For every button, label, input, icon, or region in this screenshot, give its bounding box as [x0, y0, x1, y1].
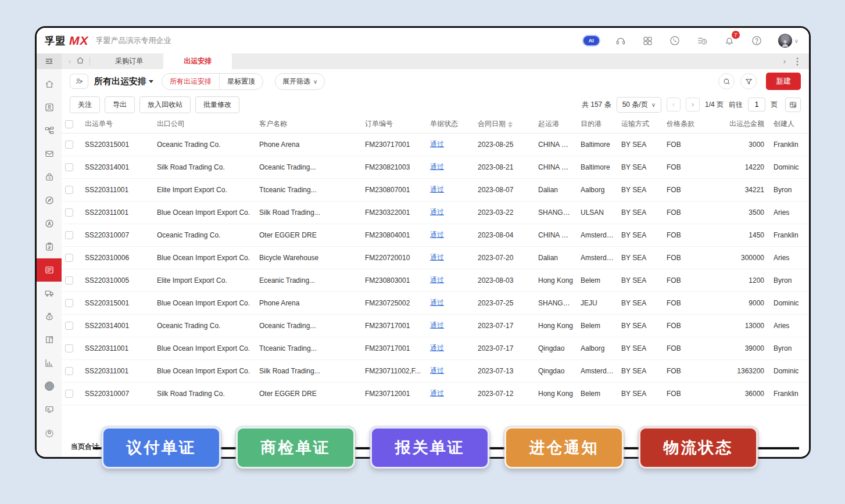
status-link[interactable]: 通过	[430, 208, 444, 216]
table-row[interactable]: SS220311001 Blue Ocean Import Export Co.…	[62, 337, 809, 359]
status-link[interactable]: 通过	[430, 163, 444, 171]
sidebar-item-home[interactable]	[37, 73, 62, 96]
export-button[interactable]: 导出	[105, 96, 135, 113]
tab-purchase-orders[interactable]: 采购订单	[95, 53, 163, 69]
table-row[interactable]: SS220314001 Oceanic Trading Co. Oceanic …	[62, 314, 809, 337]
row-checkbox[interactable]	[65, 390, 73, 398]
filter-funnel-button[interactable]	[740, 73, 757, 89]
sidebar-item-settings[interactable]	[37, 421, 62, 444]
status-link[interactable]: 通过	[430, 140, 444, 148]
sidebar-item-funds[interactable]	[37, 305, 62, 328]
sidebar-item-circle-a[interactable]	[37, 212, 62, 235]
sidebar-item-contacts[interactable]	[37, 96, 62, 119]
table-row[interactable]: SS220310006 Blue Ocean Import Export Co.…	[62, 246, 809, 269]
row-checkbox[interactable]	[65, 299, 73, 307]
home-tab-icon[interactable]	[76, 56, 85, 67]
pill-all-shipping[interactable]: 所有出运安排	[162, 74, 219, 89]
sidebar-item-logistics-truck[interactable]	[37, 282, 62, 305]
row-checkbox[interactable]	[65, 231, 73, 239]
table-row[interactable]: SS220311001 Blue Ocean Import Export Co.…	[62, 359, 809, 382]
row-checkbox[interactable]	[65, 276, 73, 285]
row-checkbox[interactable]	[65, 186, 73, 194]
tabs-more-icon[interactable]: ⋮	[793, 56, 802, 67]
sidebar-item-mail[interactable]	[37, 142, 62, 165]
goto-page-input[interactable]	[748, 98, 765, 111]
row-checkbox[interactable]	[65, 367, 73, 375]
pill-starred-top[interactable]: 星标置顶	[219, 74, 263, 89]
row-checkbox[interactable]	[65, 344, 73, 352]
sidebar-item-shipping-docs[interactable]	[37, 258, 62, 282]
table-row[interactable]: SS220311001 Blue Ocean Import Export Co.…	[62, 201, 809, 224]
headset-support-icon[interactable]	[615, 35, 626, 46]
help-icon[interactable]	[751, 35, 762, 46]
notifications-bell-icon[interactable]: 7	[724, 35, 735, 46]
sidebar-item-compass[interactable]	[37, 189, 62, 212]
status-link[interactable]: 通过	[430, 366, 444, 375]
page-size-select[interactable]: 50 条/页∨	[617, 97, 661, 113]
cell-order-no: FM230711002,F...	[361, 359, 427, 382]
nav-back-icon[interactable]: ‹	[69, 57, 71, 66]
status-link[interactable]: 通过	[430, 344, 444, 352]
row-checkbox[interactable]	[65, 322, 73, 330]
table-row[interactable]: SS220315001 Oceanic Trading Co. Phone Ar…	[62, 133, 809, 156]
cell-transport-mode: BY SEA	[618, 201, 663, 224]
table-row[interactable]: SS220310007 Silk Road Trading Co. Oter E…	[62, 382, 809, 405]
status-link[interactable]: 通过	[430, 276, 444, 284]
sidebar-toggle-button[interactable]	[37, 53, 62, 69]
cell-contract-date: 2023-07-13	[474, 359, 535, 382]
ai-assistant-icon[interactable]: AI	[583, 36, 599, 45]
row-checkbox[interactable]	[65, 254, 73, 262]
table-row[interactable]: SS220314001 Silk Road Trading Co. Oceani…	[62, 156, 809, 178]
row-checkbox[interactable]	[65, 163, 73, 171]
user-avatar[interactable]: ∨	[778, 34, 799, 48]
sidebar-item-whatsapp[interactable]	[37, 375, 62, 398]
task-history-icon[interactable]	[696, 35, 708, 46]
status-link[interactable]: 通过	[430, 389, 444, 397]
status-link[interactable]: 通过	[430, 253, 444, 261]
sidebar-item-org-structure[interactable]	[37, 119, 62, 142]
flow-step-button[interactable]: 商检单证	[236, 427, 355, 469]
bulk-edit-button[interactable]: 批量修改	[195, 96, 239, 113]
cell-export-company: Oceanic Trading Co.	[153, 314, 256, 337]
status-link[interactable]: 通过	[430, 321, 444, 329]
table-row[interactable]: SS220311001 Elite Import Export Co. Ttce…	[62, 178, 809, 201]
status-link[interactable]: 通过	[430, 298, 444, 307]
table-row[interactable]: SS220315001 Blue Ocean Import Export Co.…	[62, 291, 809, 314]
flow-step-button[interactable]: 报关单证	[370, 427, 489, 469]
view-owner-button[interactable]	[70, 74, 88, 89]
flow-step-button[interactable]: 进仓通知	[504, 427, 624, 469]
search-button[interactable]	[718, 73, 735, 89]
sidebar-item-ledger-book[interactable]	[37, 328, 62, 351]
sidebar-item-workstation[interactable]	[37, 398, 62, 421]
apps-grid-icon[interactable]	[642, 35, 653, 46]
chevron-down-icon: ∨	[651, 102, 656, 108]
expand-filters-button[interactable]: 展开筛选∨	[275, 73, 325, 90]
follow-button[interactable]: 关注	[70, 96, 100, 113]
tab-shipping-arrangement[interactable]: 出运安排	[163, 53, 232, 69]
sidebar-item-reports-chart[interactable]	[37, 351, 62, 375]
tab-bar: ‹ 采购订单 出运安排 › ⋮	[37, 53, 809, 69]
status-link[interactable]: 通过	[430, 185, 444, 193]
cell-order-no: FM230717001	[361, 133, 427, 156]
select-all-checkbox[interactable]	[65, 120, 73, 128]
tabs-forward-icon[interactable]: ›	[783, 57, 786, 66]
row-checkbox[interactable]	[65, 141, 73, 149]
create-new-button[interactable]: 新建	[766, 73, 801, 90]
table-row[interactable]: SS220310005 Elite Import Export Co. Ecea…	[62, 269, 809, 291]
view-selector-dropdown[interactable]: 所有出运安排	[94, 76, 153, 87]
column-header[interactable]: 合同日期	[474, 116, 535, 133]
sort-icon[interactable]	[508, 121, 513, 128]
flow-step-button[interactable]: 物流状态	[639, 427, 758, 469]
table-row[interactable]: SS220310007 Oceanic Trading Co. Oter EGG…	[62, 224, 809, 246]
sidebar-item-finance-clipboard[interactable]	[37, 235, 62, 258]
prev-page-button[interactable]: ‹	[667, 98, 681, 111]
flow-step-button[interactable]: 议付单证	[102, 427, 221, 469]
whatsapp-icon[interactable]	[669, 35, 681, 46]
recycle-bin-button[interactable]: 放入回收站	[139, 96, 191, 113]
sidebar-item-procurement-bag[interactable]	[37, 165, 62, 189]
row-checkbox[interactable]	[65, 208, 73, 217]
next-page-button[interactable]: ›	[686, 98, 700, 111]
cell-creator: Aries	[770, 314, 809, 337]
column-settings-button[interactable]	[785, 98, 801, 112]
status-link[interactable]: 通过	[430, 231, 444, 239]
